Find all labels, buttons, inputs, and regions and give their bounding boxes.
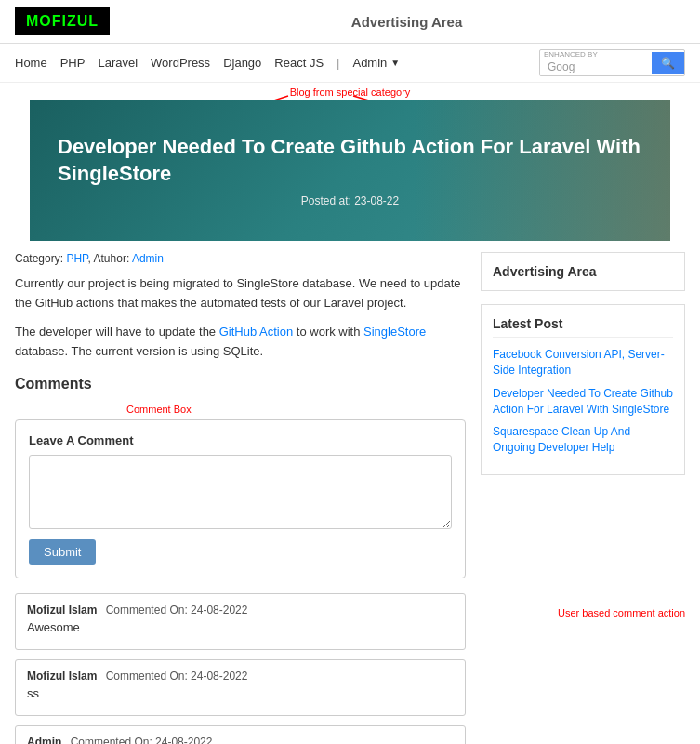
comment-box-annotation: Comment Box (126, 404, 192, 415)
comment-1-date: Commented On: 24-08-2022 (106, 604, 248, 617)
comment-box-annotation-area: Comment Box (15, 402, 466, 416)
sidebar-latest-posts: Latest Post Facebook Conversion API, Ser… (481, 304, 685, 475)
sidebar-ad-area: Advertising Area (481, 252, 685, 291)
category-link[interactable]: PHP (66, 252, 87, 265)
main-layout: Category: PHP, Atuhor: Admin Currently o… (0, 241, 700, 744)
author-link[interactable]: Admin (132, 252, 164, 265)
comment-1-author-name: Mofizul Islam (27, 604, 97, 617)
comment-2-date: Commented On: 24-08-2022 (106, 670, 248, 683)
search-area: ENHANCED BY 🔍 (539, 49, 685, 76)
user-based-comment-annotation: User based comment action (558, 607, 685, 618)
main-content: Category: PHP, Atuhor: Admin Currently o… (15, 252, 466, 744)
search-box: ENHANCED BY 🔍 (539, 49, 685, 76)
nav-admin-label: Admin (352, 56, 387, 70)
hero-container: Developer Needed To Create Github Action… (15, 100, 685, 241)
comment-item: Mofizul Islam Commented On: 24-08-2022 s… (15, 659, 466, 716)
hero-posted-label: Posted at: (301, 194, 351, 207)
comment-author-1: Mofizul Islam Commented On: 24-08-2022 (27, 604, 454, 617)
hero-title: Developer Needed To Create Github Action… (58, 134, 642, 187)
comment-form: Leave A Comment Submit (15, 419, 466, 578)
header: MOFIZUL Advertising Area (0, 0, 700, 44)
blog-special-category-annotation: Blog from special category (290, 86, 411, 98)
article-meta: Category: PHP, Atuhor: Admin (15, 252, 466, 265)
search-button[interactable]: 🔍 (652, 52, 684, 74)
sidebar: Advertising Area Latest Post Facebook Co… (481, 252, 685, 744)
comment-form-label: Leave A Comment (29, 433, 452, 447)
header-advertising-area: Advertising Area (128, 14, 685, 30)
author-label: Atuhor: (94, 252, 130, 265)
nav-django[interactable]: Django (223, 56, 261, 70)
comments-list: Mofizul Islam Commented On: 24-08-2022 A… (15, 593, 466, 744)
search-input[interactable] (540, 59, 652, 75)
comment-3-date: Commented On: 24-08-2022 (71, 736, 213, 744)
nav-wordpress[interactable]: WordPress (151, 56, 210, 70)
article-paragraph-1: Currently our project is being migrated … (15, 274, 466, 313)
article-paragraph-2: The developer will have to update the Gi… (15, 323, 466, 362)
hero-posted-date: 23-08-22 (354, 194, 399, 207)
chevron-down-icon: ▼ (390, 58, 400, 68)
comment-3-author-name: Admin (27, 736, 61, 744)
nav-admin-menu[interactable]: Admin ▼ (352, 56, 400, 70)
nav-laravel[interactable]: Laravel (98, 56, 138, 70)
comment-author-3: Admin Commented On: 24-08-2022 (27, 736, 454, 744)
category-label: Category: (15, 252, 63, 265)
comment-2-author-name: Mofizul Islam (27, 670, 97, 683)
nav-separator: | (337, 56, 339, 70)
blog-category-annotation-area: Blog from special category (0, 83, 700, 100)
nav-bar: Home PHP Laravel WordPress Django React … (0, 44, 700, 83)
submit-comment-button[interactable]: Submit (29, 539, 96, 565)
latest-post-item-3[interactable]: Squarespace Clean Up And Ongoing Develop… (493, 424, 673, 456)
hero-section: Developer Needed To Create Github Action… (30, 100, 670, 241)
nav-reactjs[interactable]: React JS (274, 56, 324, 70)
comment-textarea[interactable] (29, 455, 452, 529)
latest-post-item-2[interactable]: Developer Needed To Create Github Action… (493, 386, 673, 418)
search-enhanced-label: ENHANCED BY (540, 50, 652, 59)
hero-date: Posted at: 23-08-22 (58, 194, 642, 207)
comment-item: Admin Commented On: 24-08-2022 Good Post… (15, 725, 466, 744)
comments-heading: Comments (15, 376, 466, 392)
nav-php[interactable]: PHP (60, 56, 86, 70)
comment-1-text: Awesome (27, 620, 454, 634)
comment-author-2: Mofizul Islam Commented On: 24-08-2022 (27, 670, 454, 683)
singlestore-link[interactable]: SingleStore (363, 325, 426, 339)
logo: MOFIZUL (15, 7, 110, 35)
nav-home[interactable]: Home (15, 56, 47, 70)
nav-links: Home PHP Laravel WordPress Django React … (15, 56, 400, 70)
latest-posts-heading: Latest Post (493, 316, 673, 338)
github-action-link[interactable]: GitHub Action (219, 325, 294, 339)
user-comment-annotation-area: User based comment action (481, 605, 685, 619)
comment-2-text: ss (27, 686, 454, 700)
latest-post-item-1[interactable]: Facebook Conversion API, Server-Side Int… (493, 347, 673, 379)
comment-item: Mofizul Islam Commented On: 24-08-2022 A… (15, 593, 466, 650)
